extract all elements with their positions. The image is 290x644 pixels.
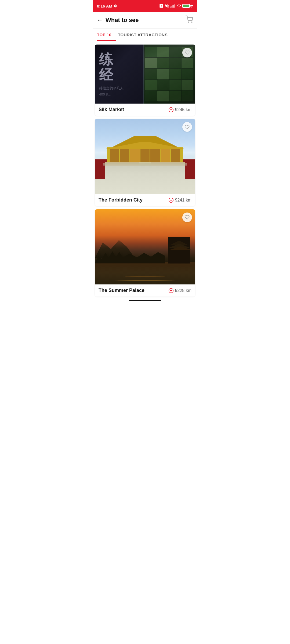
silk-market-image: 练 经 持信念的平凡人 400 8... xyxy=(95,45,195,104)
back-button[interactable]: ← xyxy=(97,17,103,24)
svg-point-10 xyxy=(171,109,171,110)
svg-rect-2 xyxy=(173,5,173,8)
svg-point-5 xyxy=(188,22,189,22)
svg-point-14 xyxy=(171,200,171,200)
battery-icon xyxy=(182,4,193,8)
attraction-distance: 9228 km xyxy=(168,288,191,293)
favorite-button-silk-market[interactable] xyxy=(182,48,192,57)
home-indicator xyxy=(93,297,197,303)
header-left: ← What to see xyxy=(97,17,139,24)
attraction-card-summer-palace[interactable]: The Summer Palace 9228 km xyxy=(95,209,195,297)
attraction-card-silk-market[interactable]: 练 经 持信念的平凡人 400 8... xyxy=(95,45,195,116)
attraction-card-forbidden-city[interactable]: The Forbidden City 9241 km xyxy=(95,119,195,206)
card-footer-summer-palace: The Summer Palace 9228 km xyxy=(95,284,195,297)
heart-icon xyxy=(185,215,190,220)
attraction-distance: 9245 km xyxy=(168,107,191,112)
status-icons xyxy=(159,4,193,8)
tab-tourist-attractions[interactable]: TOURIST ATTRACTIONS xyxy=(118,29,172,41)
tab-top10[interactable]: TOP 10 xyxy=(97,29,116,41)
signal-icon xyxy=(171,4,175,8)
compass-icon xyxy=(168,107,174,112)
mute-icon xyxy=(165,4,169,8)
attraction-name: The Summer Palace xyxy=(99,288,144,293)
wifi-icon xyxy=(177,4,181,8)
favorite-button-summer-palace[interactable] xyxy=(182,213,192,222)
status-bar: 8:16 AM xyxy=(93,0,197,12)
status-time: 8:16 AM xyxy=(97,4,117,8)
compass-icon xyxy=(168,288,174,293)
card-footer-forbidden-city: The Forbidden City 9241 km xyxy=(95,194,195,206)
svg-rect-4 xyxy=(175,4,175,8)
home-indicator-bar xyxy=(129,300,161,301)
attraction-name: The Forbidden City xyxy=(99,197,143,203)
svg-rect-3 xyxy=(173,5,174,8)
time-text: 8:16 AM xyxy=(97,4,112,8)
favorite-button-forbidden-city[interactable] xyxy=(182,122,192,132)
header: ← What to see xyxy=(93,12,197,29)
distance-text: 9241 km xyxy=(175,198,191,203)
heart-icon xyxy=(185,50,190,55)
forbidden-city-image xyxy=(95,119,195,194)
svg-point-6 xyxy=(191,22,192,22)
svg-rect-0 xyxy=(171,6,171,8)
tabs-container: TOP 10 TOURIST ATTRACTIONS xyxy=(93,29,197,41)
attraction-distance: 9241 km xyxy=(168,197,191,203)
summer-palace-image xyxy=(95,209,195,284)
heart-icon xyxy=(185,125,190,129)
nfc-icon xyxy=(159,4,164,8)
page-title: What to see xyxy=(106,17,139,24)
distance-text: 9245 km xyxy=(175,107,191,112)
cart-icon xyxy=(186,16,193,23)
svg-point-18 xyxy=(171,290,171,291)
bolt-icon xyxy=(190,4,193,8)
distance-text: 9228 km xyxy=(175,288,191,293)
settings-status-icon xyxy=(113,4,117,8)
svg-rect-1 xyxy=(172,6,172,8)
attraction-name: Silk Market xyxy=(99,107,124,112)
cart-button[interactable] xyxy=(186,16,193,25)
card-footer-silk-market: Silk Market 9245 km xyxy=(95,104,195,116)
compass-icon xyxy=(168,197,174,203)
